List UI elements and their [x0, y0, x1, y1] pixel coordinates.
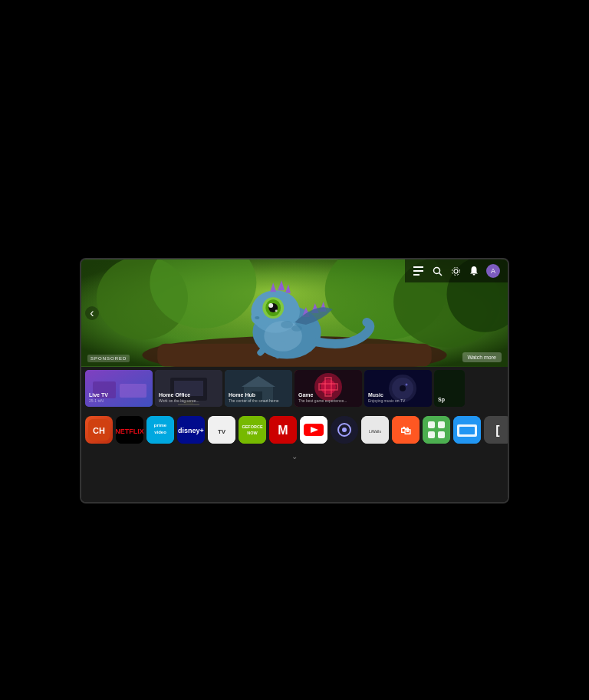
- app-apps[interactable]: [423, 416, 450, 444]
- apps-row: CH NETFLIX prime video: [81, 410, 508, 450]
- hero-nav-left[interactable]: ‹: [85, 306, 99, 320]
- svg-point-6: [452, 267, 459, 275]
- svg-rect-69: [239, 416, 266, 444]
- svg-text:LiWalls: LiWalls: [369, 429, 381, 434]
- live-tv-label: Live TV 25-1 tvN: [89, 392, 108, 403]
- svg-point-55: [400, 385, 406, 391]
- app-ch[interactable]: CH: [85, 416, 113, 444]
- svg-rect-0: [413, 266, 423, 268]
- watch-more-button[interactable]: Watch more: [462, 352, 502, 362]
- home-office-label: Home Office Work on the big scree...: [159, 392, 199, 403]
- svg-point-23: [268, 303, 273, 308]
- bell-icon[interactable]: [468, 265, 480, 277]
- scroll-indicator: ⌄: [81, 450, 508, 463]
- category-live-tv[interactable]: LIVE Live TV 25-1 tvN: [85, 370, 153, 407]
- svg-text:disney+: disney+: [178, 427, 204, 434]
- svg-point-3: [433, 267, 439, 273]
- svg-rect-1: [413, 270, 423, 272]
- svg-rect-37: [120, 384, 146, 398]
- app-netflix[interactable]: NETFLIX: [116, 416, 143, 444]
- app-geforce-now[interactable]: GEFORCE NOW: [239, 416, 266, 444]
- game-label: Game The best game experience...: [298, 392, 347, 403]
- sponsored-badge: SPONSORED: [87, 355, 130, 362]
- svg-rect-7: [473, 274, 475, 276]
- app-shoppe[interactable]: 🛍: [392, 416, 420, 444]
- svg-text:TV: TV: [218, 428, 226, 435]
- svg-text:[: [: [495, 424, 500, 437]
- category-home-office[interactable]: Home Office Work on the big scree...: [155, 370, 222, 407]
- search-icon[interactable]: [431, 265, 443, 277]
- tv-frame: A: [80, 258, 509, 504]
- svg-text:video: video: [154, 430, 166, 434]
- sp-label: Sp: [438, 397, 445, 403]
- app-youtube[interactable]: [300, 416, 327, 444]
- svg-rect-2: [413, 274, 420, 276]
- svg-rect-86: [438, 421, 445, 428]
- svg-point-79: [342, 428, 347, 432]
- svg-text:CH: CH: [93, 426, 105, 435]
- user-avatar[interactable]: A: [486, 264, 500, 278]
- app-lifewall[interactable]: LiWalls: [361, 416, 389, 444]
- svg-rect-91: [459, 427, 475, 434]
- svg-text:NETFLIX: NETFLIX: [116, 428, 143, 435]
- svg-point-25: [255, 316, 259, 319]
- category-music[interactable]: Music Enjoying music on TV: [364, 370, 432, 407]
- svg-text:prime: prime: [154, 423, 167, 428]
- music-label: Music Enjoying music on TV: [368, 392, 405, 403]
- svg-point-56: [406, 384, 408, 386]
- svg-rect-87: [428, 431, 435, 438]
- svg-text:NOW: NOW: [247, 431, 258, 435]
- svg-rect-85: [428, 421, 435, 428]
- svg-point-5: [454, 269, 458, 273]
- app-gaming[interactable]: [453, 416, 481, 444]
- app-disney-plus[interactable]: disney+: [177, 416, 205, 444]
- svg-rect-88: [438, 431, 445, 438]
- svg-line-4: [439, 272, 442, 276]
- category-game[interactable]: Game The best game experience...: [294, 370, 362, 407]
- svg-point-24: [275, 310, 278, 312]
- svg-text:🛍: 🛍: [400, 424, 411, 437]
- top-bar: A: [405, 259, 508, 282]
- app-apple-tv[interactable]: TV: [208, 416, 235, 444]
- app-smartthinq[interactable]: [331, 416, 358, 444]
- home-hub-label: Home Hub The center of the smart home: [229, 392, 279, 403]
- svg-point-33: [281, 321, 293, 329]
- settings-icon[interactable]: [449, 265, 462, 277]
- svg-rect-42: [178, 404, 199, 405]
- svg-rect-84: [423, 416, 450, 444]
- app-more[interactable]: [: [484, 416, 508, 444]
- app-prime-video[interactable]: prime video: [146, 416, 174, 444]
- category-home-hub[interactable]: Home Hub The center of the smart home: [225, 370, 292, 407]
- svg-point-34: [291, 325, 302, 332]
- svg-text:M: M: [278, 424, 288, 437]
- svg-text:GEFORCE: GEFORCE: [242, 424, 263, 429]
- categories-row: LIVE Live TV 25-1 tvN: [81, 367, 508, 410]
- scroll-chevron-icon: ⌄: [291, 452, 298, 461]
- tv-guide-icon[interactable]: [413, 265, 425, 277]
- tv-screen: A: [81, 259, 508, 502]
- app-mcm[interactable]: M: [269, 416, 297, 444]
- category-sp[interactable]: Sp: [434, 370, 465, 407]
